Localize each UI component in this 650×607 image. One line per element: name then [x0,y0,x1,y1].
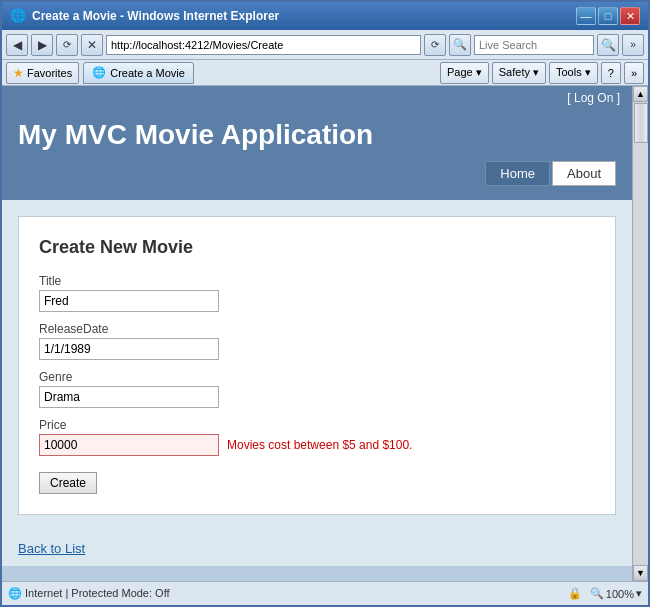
price-group: Price Movies cost between $5 and $100. [39,418,595,456]
back-to-list-link[interactable]: Back to List [18,541,85,556]
nav-home[interactable]: Home [485,161,550,186]
title-input[interactable] [39,290,219,312]
genre-group: Genre [39,370,595,408]
refresh-go-icon[interactable]: ⟳ [424,34,446,56]
create-button[interactable]: Create [39,472,97,494]
scroll-thumb[interactable] [634,103,648,143]
logon-close: ] [613,91,620,105]
stop-button[interactable]: ✕ [81,34,103,56]
lock-icon: 🔒 [568,587,582,600]
ie-status-icon: 🌐 [8,587,22,599]
search-go-button[interactable]: 🔍 [597,34,619,56]
search-icon: 🔍 [449,34,471,56]
scrollbar: ▲ ▼ [632,86,648,581]
tab-label: Create a Movie [110,67,185,79]
refresh-button[interactable]: ⟳ [56,34,78,56]
nav-bar: Home About [18,161,616,186]
logon-link[interactable]: Log On [574,91,613,105]
maximize-button[interactable]: □ [598,7,618,25]
menu-expand-button[interactable]: » [622,34,644,56]
release-date-input[interactable] [39,338,219,360]
address-bar: ◀ ▶ ⟳ ✕ ⟳ 🔍 🔍 » [2,30,648,60]
favorites-button[interactable]: ★ Favorites [6,62,79,84]
title-label: Title [39,274,595,288]
price-label: Price [39,418,595,432]
release-date-label: ReleaseDate [39,322,595,336]
toolbar-right: Page ▾ Safety ▾ Tools ▾ ? » [440,62,644,84]
genre-label: Genre [39,370,595,384]
zoom-level: 100% [606,588,634,600]
logon-open: [ [567,91,574,105]
main-content: Create New Movie Title ReleaseDate [2,200,632,531]
site-header: My MVC Movie Application Home About [2,109,632,200]
window-title: Create a Movie - Windows Internet Explor… [32,9,576,23]
release-date-group: ReleaseDate [39,322,595,360]
nav-about[interactable]: About [552,161,616,186]
genre-input[interactable] [39,386,219,408]
search-input[interactable] [474,35,594,55]
price-error-message: Movies cost between $5 and $100. [227,438,412,452]
scroll-track[interactable] [633,102,648,565]
browser-window: 🌐 Create a Movie - Windows Internet Expl… [0,0,650,607]
form-title: Create New Movie [39,237,595,258]
back-button[interactable]: ◀ [6,34,28,56]
title-group: Title [39,274,595,312]
scroll-down-button[interactable]: ▼ [633,565,648,581]
star-icon: ★ [13,66,24,80]
site-title: My MVC Movie Application [18,119,616,151]
status-right: 🔒 🔍 100% ▾ [568,587,642,600]
logon-bar: [ Log On ] [2,86,632,109]
price-input[interactable] [39,434,219,456]
content-area: [ Log On ] My MVC Movie Application Home… [2,86,648,581]
price-row: Movies cost between $5 and $100. [39,434,595,456]
favorites-label: Favorites [27,67,72,79]
ie-icon: 🌐 [10,8,26,24]
tab-ie-icon: 🌐 [92,66,106,79]
form-card: Create New Movie Title ReleaseDate [18,216,616,515]
expand-button[interactable]: » [624,62,644,84]
page-content: [ Log On ] My MVC Movie Application Home… [2,86,632,581]
tools-menu-button[interactable]: Tools ▾ [549,62,598,84]
minimize-button[interactable]: — [576,7,596,25]
status-text: 🌐 Internet | Protected Mode: Off [8,587,564,600]
safety-menu-button[interactable]: Safety ▾ [492,62,546,84]
back-link-container: Back to List [2,531,632,566]
window-controls: — □ ✕ [576,7,640,25]
address-input[interactable] [106,35,421,55]
scroll-up-button[interactable]: ▲ [633,86,648,102]
toolbar: ★ Favorites 🌐 Create a Movie Page ▾ Safe… [2,60,648,86]
status-label: Internet | Protected Mode: Off [25,587,170,599]
active-tab[interactable]: 🌐 Create a Movie [83,62,194,84]
page-menu-button[interactable]: Page ▾ [440,62,489,84]
forward-button[interactable]: ▶ [31,34,53,56]
close-button[interactable]: ✕ [620,7,640,25]
status-bar: 🌐 Internet | Protected Mode: Off 🔒 🔍 100… [2,581,648,605]
title-bar: 🌐 Create a Movie - Windows Internet Expl… [2,2,648,30]
page-inner: [ Log On ] My MVC Movie Application Home… [2,86,632,566]
zoom-control[interactable]: 🔍 100% ▾ [590,587,642,600]
help-button[interactable]: ? [601,62,621,84]
